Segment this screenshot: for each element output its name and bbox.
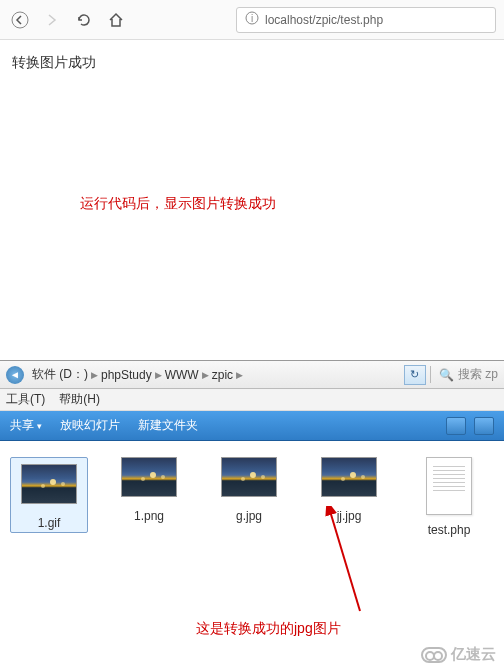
page-message: 转换图片成功 [12, 54, 492, 72]
file-grid: 1.gif1.pngg.jpgjj.jpgtest.php [0, 441, 504, 553]
file-name-label: g.jpg [236, 509, 262, 523]
image-thumbnail [21, 464, 77, 504]
file-icon [426, 457, 472, 515]
svg-point-0 [12, 12, 28, 28]
search-placeholder: 搜索 zp [458, 366, 498, 383]
view-icon[interactable] [446, 417, 466, 435]
file-item[interactable]: g.jpg [210, 457, 288, 523]
annotation-top: 运行代码后，显示图片转换成功 [80, 195, 276, 213]
menu-help[interactable]: 帮助(H) [59, 391, 100, 408]
toolbar-right [446, 417, 494, 435]
forward-button[interactable] [40, 8, 64, 32]
search-icon: 🔍 [439, 368, 454, 382]
menu-bar: 工具(T) 帮助(H) [0, 389, 504, 411]
address-bar: ◄ 软件 (D：)▶phpStudy▶WWW▶zpic▶ ↻ 🔍 搜索 zp [0, 361, 504, 389]
annotation-bottom: 这是转换成功的jpg图片 [196, 620, 341, 638]
info-icon: i [245, 11, 259, 28]
breadcrumb[interactable]: 软件 (D：)▶phpStudy▶WWW▶zpic▶ [32, 366, 404, 383]
breadcrumb-segment[interactable]: 软件 (D：) [32, 366, 88, 383]
breadcrumb-segment[interactable]: phpStudy [101, 368, 152, 382]
help-icon[interactable] [474, 417, 494, 435]
back-button[interactable] [8, 8, 32, 32]
search-box[interactable]: 🔍 搜索 zp [430, 366, 498, 383]
annotation-arrow [300, 506, 380, 616]
chevron-right-icon: ▶ [202, 370, 209, 380]
menu-tools[interactable]: 工具(T) [6, 391, 45, 408]
explorer-back-button[interactable]: ◄ [6, 366, 24, 384]
file-name-label: 1.gif [38, 516, 61, 530]
file-name-label: test.php [428, 523, 471, 537]
file-item[interactable]: 1.gif [10, 457, 88, 533]
refresh-icon[interactable]: ↻ [404, 365, 426, 385]
toolbar-share[interactable]: 共享 [10, 417, 42, 434]
watermark: 亿速云 [421, 645, 496, 664]
chevron-right-icon: ▶ [236, 370, 243, 380]
browser-nav-bar: i localhost/zpic/test.php [0, 0, 504, 40]
home-button[interactable] [104, 8, 128, 32]
watermark-icon [421, 647, 447, 663]
image-thumbnail [321, 457, 377, 497]
svg-line-3 [330, 511, 360, 611]
image-thumbnail [221, 457, 277, 497]
breadcrumb-segment[interactable]: WWW [165, 368, 199, 382]
breadcrumb-segment[interactable]: zpic [212, 368, 233, 382]
url-text: localhost/zpic/test.php [265, 13, 383, 27]
image-thumbnail [121, 457, 177, 497]
svg-text:i: i [251, 13, 253, 24]
file-name-label: 1.png [134, 509, 164, 523]
chevron-right-icon: ▶ [155, 370, 162, 380]
reload-button[interactable] [72, 8, 96, 32]
url-bar[interactable]: i localhost/zpic/test.php [236, 7, 496, 33]
file-item[interactable]: 1.png [110, 457, 188, 523]
chevron-right-icon: ▶ [91, 370, 98, 380]
toolbar-slideshow[interactable]: 放映幻灯片 [60, 417, 120, 434]
watermark-text: 亿速云 [451, 645, 496, 664]
toolbar-newfolder[interactable]: 新建文件夹 [138, 417, 198, 434]
explorer-toolbar: 共享 放映幻灯片 新建文件夹 [0, 411, 504, 441]
file-item[interactable]: test.php [410, 457, 488, 537]
